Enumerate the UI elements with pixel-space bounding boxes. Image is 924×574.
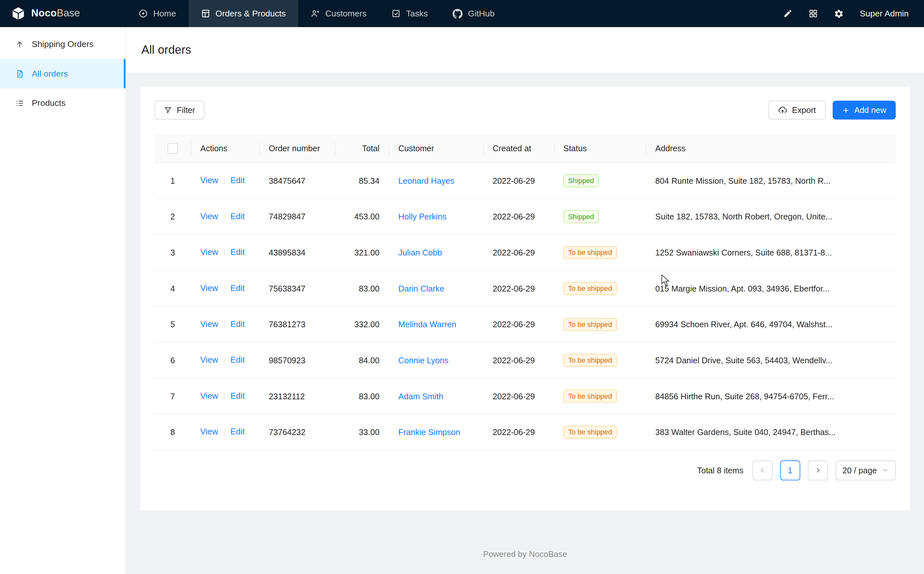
plus-icon [842,106,850,114]
edit-link[interactable]: Edit [231,427,245,436]
add-new-label: Add new [854,106,886,115]
customer-cell: Leonard Hayes [389,162,483,199]
actions-cell: ViewEdit [191,342,259,378]
nav-item-github[interactable]: GitHub [441,0,507,27]
order-number-cell: 75638347 [259,270,335,306]
row-index: 8 [155,414,191,450]
pagination-prev-button[interactable] [752,460,772,480]
total-cell: 84.00 [335,342,389,378]
nav-item-label: Customers [325,9,366,18]
pagination-total: Total 8 items [697,465,743,475]
main-area: All orders Filter [126,27,924,574]
action-divider [224,213,225,221]
customer-link[interactable]: Darin Clarke [398,284,444,293]
actions-cell: ViewEdit [191,414,259,450]
customer-link[interactable]: Frankie Simpson [398,427,460,436]
created-at-cell: 2022-06-29 [483,378,554,414]
user-menu[interactable]: Super Admin [859,9,908,18]
row-index: 5 [155,306,191,342]
edit-link[interactable]: Edit [231,355,245,364]
edit-link[interactable]: Edit [231,391,245,401]
page-size-select[interactable]: 20 / page [836,460,896,480]
edit-link[interactable]: Edit [231,248,245,257]
view-link[interactable]: View [200,319,218,328]
sidebar-item-shipping-orders[interactable]: Shipping Orders [0,29,126,58]
column-header-total: Total [335,135,389,162]
status-cell: Shipped [554,162,646,199]
ui-editor-pen-icon[interactable] [783,9,792,18]
settings-gear-icon[interactable] [834,9,844,19]
export-button[interactable]: Export [769,101,826,120]
actions-cell: ViewEdit [191,306,259,342]
add-new-button[interactable]: Add new [832,101,896,120]
customer-link[interactable]: Leonard Hayes [398,176,454,185]
page-size-value: 20 / page [843,465,877,475]
table-header: Actions Order number Total Customer Crea… [155,135,896,162]
sidebar-item-label: Products [32,98,66,108]
total-cell: 321.00 [335,234,389,270]
nav-item-label: Tasks [406,9,428,18]
powered-by: Powered by NocoBase [141,549,910,558]
app: NocoBase Home Orders & Products Customer… [0,0,924,574]
view-link[interactable]: View [200,176,218,185]
address-cell: Suite 182, 15783, North Robert, Oregon, … [646,199,896,235]
column-header-select [155,135,191,162]
edit-link[interactable]: Edit [231,212,245,221]
edit-link[interactable]: Edit [231,176,245,185]
sidebar-item-products[interactable]: Products [0,88,126,117]
total-cell: 33.00 [335,414,389,450]
view-link[interactable]: View [200,212,218,221]
customer-link[interactable]: Connie Lyons [398,355,449,364]
nav-item-home[interactable]: Home [126,0,188,27]
nav-item-customers[interactable]: Customers [298,0,379,27]
status-cell: To be shipped [554,234,646,270]
nav-item-label: GitHub [468,9,495,18]
view-link[interactable]: View [200,391,218,401]
created-at-cell: 2022-06-29 [483,342,554,378]
pagination-next-button[interactable] [808,460,828,480]
created-at-cell: 2022-06-29 [483,414,554,450]
total-cell: 85.34 [335,162,389,199]
sidebar-item-all-orders[interactable]: All orders [0,59,126,88]
action-divider [224,285,225,293]
orders-table: Actions Order number Total Customer Crea… [155,135,896,450]
status-cell: To be shipped [554,306,646,342]
customer-link[interactable]: Holly Perkins [398,212,447,221]
brand[interactable]: NocoBase [0,0,126,27]
nav-item-orders-products[interactable]: Orders & Products [188,0,298,27]
chevron-left-icon [759,467,766,474]
total-cell: 332.00 [335,306,389,342]
customer-link[interactable]: Melinda Warren [398,320,456,329]
nav-item-tasks[interactable]: Tasks [379,0,441,27]
view-link[interactable]: View [200,355,218,364]
actions-cell: ViewEdit [191,234,259,270]
select-all-checkbox[interactable] [167,143,178,154]
pagination-page-1[interactable]: 1 [780,460,800,480]
customer-link[interactable]: Adam Smith [398,391,443,401]
customers-icon [311,9,320,18]
arrow-up-icon [16,40,24,49]
table-row: 3 ViewEdit 43895834 321.00 Julian Cobb 2… [155,234,896,270]
view-link[interactable]: View [200,248,218,257]
view-link[interactable]: View [200,284,218,293]
status-badge: To be shipped [564,353,617,366]
column-header-customer: Customer [389,135,483,162]
address-cell: 1252 Swaniawski Corners, Suite 688, 8137… [646,234,896,270]
status-cell: To be shipped [554,414,646,450]
customer-link[interactable]: Julian Cobb [398,248,442,257]
customer-cell: Holly Perkins [389,199,483,235]
content: Filter Export Add [126,73,924,558]
sidebar-item-label: All orders [32,69,68,78]
view-link[interactable]: View [200,427,218,436]
address-cell: 5724 Daniel Drive, Suite 563, 54403, Wen… [646,342,896,378]
customer-cell: Frankie Simpson [389,414,483,450]
edit-link[interactable]: Edit [231,284,245,293]
row-index: 4 [155,270,191,306]
status-cell: To be shipped [554,270,646,306]
plugin-blocks-icon[interactable] [809,9,818,18]
order-number-cell: 43895834 [259,234,335,270]
filter-button[interactable]: Filter [155,101,205,120]
edit-link[interactable]: Edit [231,319,245,328]
table-row: 8 ViewEdit 73764232 33.00 Frankie Simpso… [155,414,896,450]
customer-cell: Melinda Warren [389,306,483,342]
